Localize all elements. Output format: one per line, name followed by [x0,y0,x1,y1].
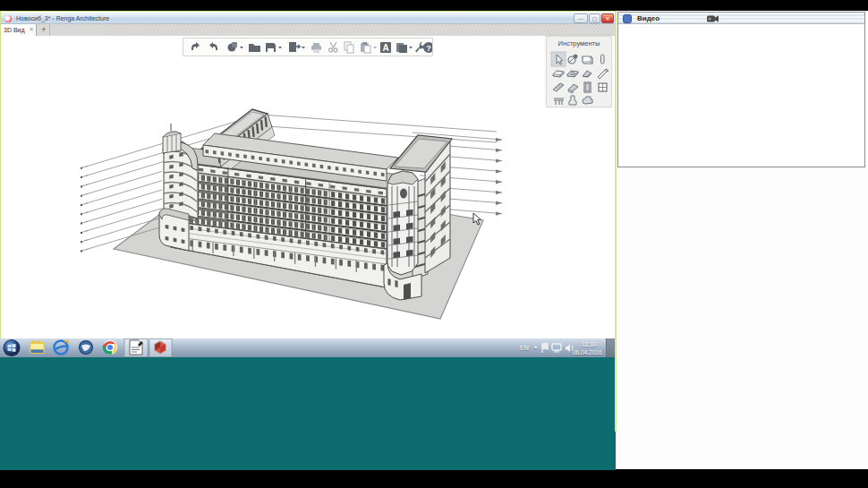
svg-text:A: A [382,43,388,53]
svg-text:?: ? [426,44,431,53]
